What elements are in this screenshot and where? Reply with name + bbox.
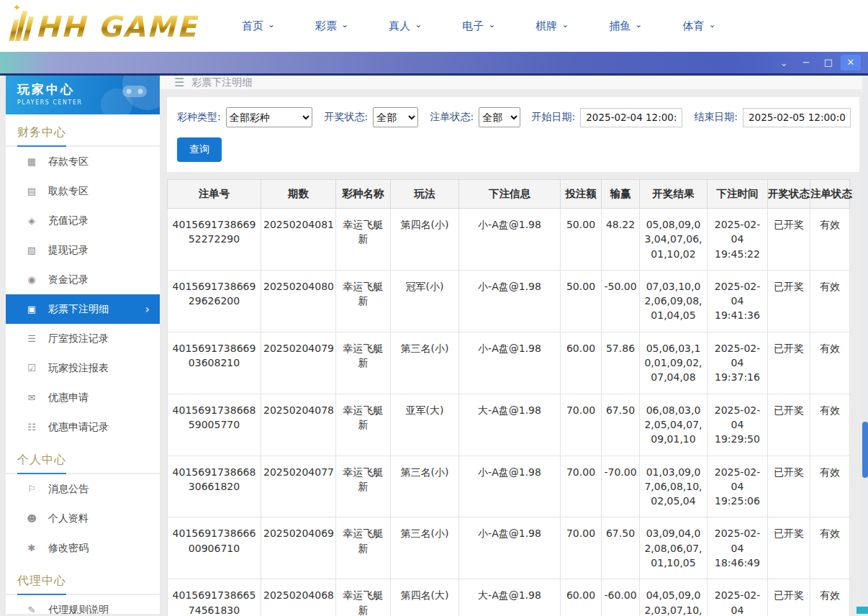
table-row: 40156917386685900577020250204078幸运飞艇新亚军(… <box>168 394 850 456</box>
sidebar-item[interactable]: ☷优惠申请记录 <box>6 412 160 442</box>
minimize-button[interactable]: − <box>796 55 816 71</box>
sidebar-item-label: 消息公告 <box>48 483 89 496</box>
sidebar-header: 玩家中心 PLAYERS CENTER <box>6 76 160 114</box>
table-cell: 401569173866952272290 <box>168 209 261 271</box>
column-header: 玩法 <box>391 180 459 209</box>
column-header: 输赢 <box>602 180 640 209</box>
nav-item-label: 棋牌 <box>535 19 557 33</box>
hamburger-icon[interactable]: ☰ <box>174 76 184 89</box>
search-button[interactable]: 查询 <box>177 137 222 162</box>
nav-item-label: 捕鱼 <box>609 19 630 33</box>
table-cell: 20250204079 <box>261 332 336 394</box>
sidebar-item[interactable]: ◈充值记录 <box>6 206 160 235</box>
column-header: 彩种名称 <box>336 180 391 209</box>
sidebar-item-label: 彩票下注明细 <box>48 303 109 316</box>
sidebar-item[interactable]: ☰厅室投注记录 <box>6 324 160 353</box>
table-cell: 2025-02-04 19:37:16 <box>707 332 768 394</box>
announcement-icon: ⚐ <box>26 484 37 494</box>
table-cell: 有效 <box>810 517 850 579</box>
table-cell: 2025-02-04 18:42:25 <box>707 579 768 616</box>
bet-report-icon: ☑ <box>26 363 37 373</box>
withdraw-icon: ▤ <box>26 186 37 196</box>
nav-item-live[interactable]: 真人⌄ <box>389 19 422 33</box>
sidebar-section-title-text: 代理中心 <box>17 574 66 595</box>
table-cell: 401569173866830661820 <box>168 456 261 517</box>
table-cell: 20250204077 <box>261 456 336 517</box>
sidebar-item[interactable]: ✎代理规则说明 <box>6 595 160 614</box>
sidebar-item[interactable]: ✉优惠申请 <box>6 383 160 412</box>
table-cell: 有效 <box>810 270 850 332</box>
table-cell: 有效 <box>810 579 850 616</box>
sidebar-item-label: 资金记录 <box>48 273 89 286</box>
table-cell: 20250204080 <box>261 270 336 332</box>
breadcrumb-bar: ☰ 彩票下注明细 <box>160 76 868 90</box>
table-cell: 幸运飞艇新 <box>336 209 391 271</box>
window-menu-button[interactable]: ⌄ <box>774 55 794 71</box>
sidebar-item-label: 修改密码 <box>48 542 89 555</box>
table-cell: 有效 <box>810 394 850 456</box>
nav-item-label: 真人 <box>389 19 410 33</box>
end-date-input[interactable] <box>743 108 851 127</box>
close-button[interactable]: ✕ <box>841 55 861 71</box>
chevron-down-icon: ⌄ <box>635 19 642 30</box>
start-date-input[interactable] <box>580 108 682 127</box>
promo-apply-icon: ✉ <box>26 392 37 403</box>
nav-item-slots[interactable]: 电子⌄ <box>462 19 495 33</box>
sidebar-item[interactable]: ☑玩家投注报表 <box>6 353 160 383</box>
nav-item-lottery[interactable]: 彩票⌄ <box>315 19 348 33</box>
table-cell: 小-A盘@1.98 <box>459 456 561 517</box>
nav-item-home[interactable]: 首页⌄ <box>242 19 275 33</box>
nav-item-fishing[interactable]: 捕鱼⌄ <box>609 19 642 33</box>
sidebar-item-label: 厅室投注记录 <box>48 332 109 345</box>
sidebar-item[interactable]: ◉资金记录 <box>6 265 160 294</box>
sidebar-item[interactable]: ☻个人资料 <box>6 504 160 533</box>
table-cell: 大-A盘@1.98 <box>459 394 561 456</box>
deposit-icon: ▦ <box>26 156 37 167</box>
table-cell: 50.00 <box>561 270 602 332</box>
sidebar-item-label: 提现记录 <box>48 244 89 257</box>
logo: ✦ HH GAME <box>12 11 206 41</box>
table-cell: 第三名(小) <box>391 517 459 579</box>
table-cell: 已开奖 <box>768 579 810 616</box>
table-cell: 冠军(小) <box>391 270 459 332</box>
chevron-down-icon: ⌄ <box>415 19 422 30</box>
table-header-row: 注单号期数彩种名称玩法下注信息投注额输赢开奖结果下注时间开奖状态注单状态 <box>168 180 850 209</box>
scrollbar-thumb[interactable] <box>862 422 868 478</box>
scroll-corner <box>856 607 868 614</box>
nav-item-label: 首页 <box>242 19 263 33</box>
table-cell: 幸运飞艇新 <box>336 456 391 517</box>
nav-item-sports[interactable]: 体育⌄ <box>682 19 715 33</box>
nav-item-label: 电子 <box>462 19 484 33</box>
sidebar-section-title: 财务中心 <box>6 114 160 147</box>
sidebar-item[interactable]: ▦存款专区 <box>6 147 160 176</box>
table-cell: 50.00 <box>561 209 602 271</box>
nav-item-cards[interactable]: 棋牌⌄ <box>535 19 569 33</box>
sidebar-item[interactable]: ▤取款专区 <box>6 176 160 206</box>
chevron-down-icon: ⌄ <box>268 19 275 30</box>
start-date-label: 开始日期: <box>532 111 576 124</box>
lottery-bets-icon: ▣ <box>26 304 37 314</box>
sidebar-item[interactable]: ▧提现记录 <box>6 235 160 265</box>
top-header: ✦ HH GAME 首页⌄彩票⌄真人⌄电子⌄棋牌⌄捕鱼⌄体育⌄ <box>0 0 868 52</box>
order-status-select[interactable]: 全部 <box>479 107 520 127</box>
recharge-record-icon: ◈ <box>26 215 37 226</box>
maximize-button[interactable]: □ <box>818 55 838 71</box>
table-row: 40156917386657456183020250204068幸运飞艇新第四名… <box>168 579 850 616</box>
table-row: 40156917386692962620020250204080幸运飞艇新冠军(… <box>168 270 850 332</box>
sidebar-item[interactable]: ▣彩票下注明细› <box>6 294 160 324</box>
table-wrap: 注单号期数彩种名称玩法下注信息投注额输赢开奖结果下注时间开奖状态注单状态4015… <box>167 179 849 616</box>
table-cell: 小-A盘@1.98 <box>459 209 561 271</box>
sidebar-item[interactable]: ⚐消息公告 <box>6 474 160 504</box>
table-cell: 有效 <box>810 332 850 394</box>
table-cell: -70.00 <box>602 456 640 517</box>
table-cell: 57.86 <box>602 332 640 394</box>
table-cell: 48.22 <box>602 209 640 271</box>
sidebar-item-label: 取款专区 <box>48 185 89 198</box>
scrollbar[interactable] <box>862 76 868 614</box>
table-cell: 幸运飞艇新 <box>336 332 391 394</box>
order-status-label: 注单状态: <box>430 111 474 124</box>
sidebar-item-label: 充值记录 <box>48 214 89 227</box>
draw-status-select[interactable]: 全部 <box>373 107 418 127</box>
sidebar-item[interactable]: ✱修改密码 <box>6 533 160 563</box>
lottery-type-select[interactable]: 全部彩种 <box>226 107 313 127</box>
